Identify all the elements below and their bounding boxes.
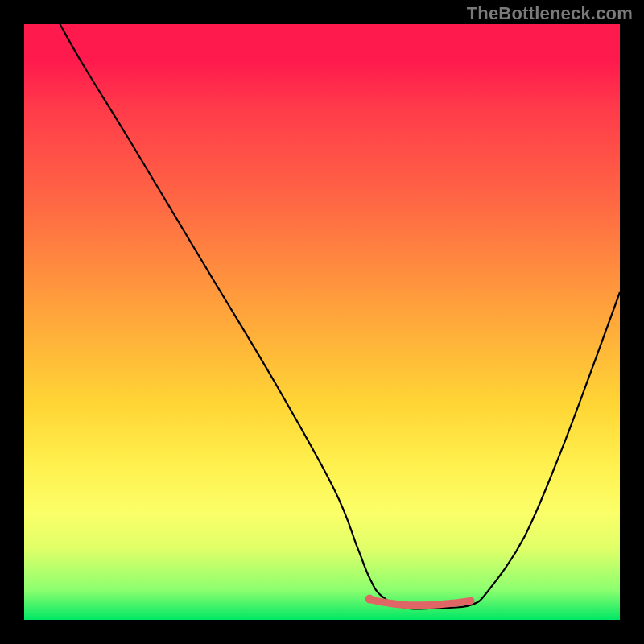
band-start-dot <box>365 595 374 604</box>
plot-area <box>24 24 620 620</box>
bottleneck-curve <box>60 24 620 609</box>
low-bottleneck-band <box>369 599 471 605</box>
watermark-text: TheBottleneck.com <box>467 3 633 24</box>
chart-frame: TheBottleneck.com <box>0 0 644 644</box>
chart-svg <box>24 24 620 620</box>
